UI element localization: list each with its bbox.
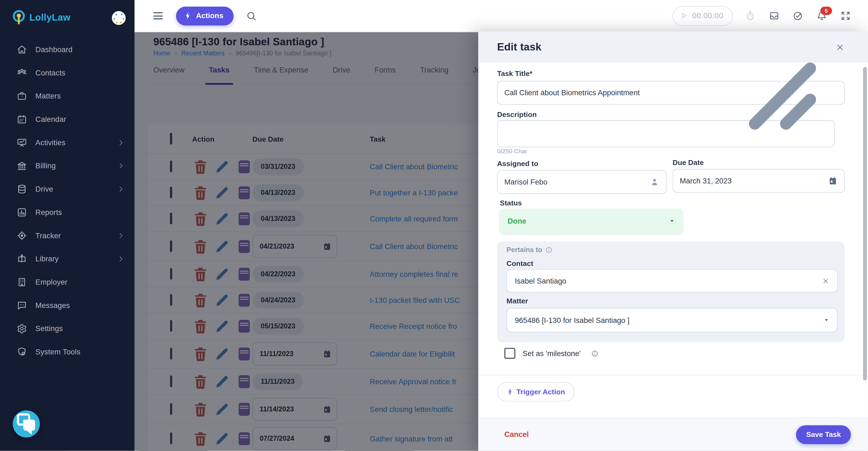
sidebar-item-library[interactable]: Library — [0, 247, 134, 270]
sidebar-nav: Dashboard Contacts Matters Calendar Acti… — [0, 38, 134, 363]
sidebar-item-contacts[interactable]: Contacts — [0, 61, 134, 84]
status-label: Status — [500, 199, 522, 207]
char-count: 0/250 Char — [497, 148, 527, 154]
matter-select[interactable]: 965486 [I-130 for Isabel Santiago ] — [506, 308, 837, 332]
employer-icon — [17, 276, 27, 287]
contact-input[interactable]: Isabel Santiago — [506, 269, 837, 293]
chevron-right-icon — [118, 139, 125, 146]
clear-contact-icon[interactable] — [822, 277, 830, 284]
contact-label: Contact — [506, 259, 533, 268]
billing-icon — [17, 160, 27, 171]
panel-title: Edit task — [497, 41, 541, 53]
status-select[interactable]: Done — [500, 209, 682, 233]
matter-label: Matter — [506, 297, 528, 305]
divider — [478, 375, 868, 375]
pertains-to-label: Pertains to — [506, 246, 552, 254]
sidebar-item-messages[interactable]: Messages — [0, 294, 134, 317]
chevron-right-icon — [118, 255, 125, 262]
sidebar-item-settings[interactable]: Settings — [0, 317, 134, 340]
assigned-to-value: Marisol Febo — [504, 178, 547, 186]
save-task-button[interactable]: Save Task — [796, 425, 850, 444]
drive-icon — [17, 184, 27, 194]
matter-value: 965486 [I-130 for Isabel Santiago ] — [515, 316, 629, 324]
chat-icon — [13, 410, 40, 438]
logo-row: LollyLaw — [0, 0, 134, 31]
brand-name: LollyLaw — [29, 12, 112, 23]
tracker-icon — [17, 230, 27, 241]
due-date-value: March 31, 2023 — [680, 177, 732, 185]
assigned-to-label: Assigned to — [497, 159, 538, 168]
task-title-label: Task Title* — [497, 69, 532, 78]
milestone-checkbox[interactable] — [504, 348, 516, 359]
panel-body: Task Title* Call Client about Biometrics… — [478, 63, 868, 418]
calendar-icon — [17, 114, 27, 124]
chevron-right-icon — [118, 185, 125, 193]
chat-fab-button[interactable] — [13, 410, 40, 438]
trigger-action-button[interactable]: Trigger Action — [497, 382, 575, 401]
trigger-action-label: Trigger Action — [517, 388, 565, 396]
sidebar-item-system-tools[interactable]: System Tools — [0, 340, 134, 363]
due-date-input[interactable]: March 31, 2023 — [673, 169, 845, 193]
sidebar-item-employer[interactable]: Employer — [0, 270, 134, 294]
resize-handle-icon[interactable] — [665, 0, 831, 145]
caret-down-icon — [669, 218, 675, 223]
sidebar-item-activities[interactable]: Activities — [0, 131, 134, 154]
milestone-label: Set as 'milestone' — [523, 349, 581, 358]
edit-task-panel: Edit task Task Title* Call Client about … — [478, 31, 868, 451]
hamburger-menu-icon[interactable] — [153, 12, 163, 20]
person-icon — [650, 177, 659, 187]
sidebar-item-dashboard[interactable]: Dashboard — [0, 38, 134, 61]
due-date-label: Due Date — [673, 158, 704, 167]
cancel-button[interactable]: Cancel — [504, 430, 529, 439]
search-icon[interactable] — [246, 10, 257, 22]
user-avatar[interactable] — [112, 11, 126, 25]
panel-scrollbar[interactable] — [863, 67, 867, 381]
sidebar-item-matters[interactable]: Matters — [0, 84, 134, 108]
milestone-row: Set as 'milestone' — [504, 348, 598, 359]
sidebar-item-billing[interactable]: Billing — [0, 154, 134, 177]
sidebar-item-drive[interactable]: Drive — [0, 177, 134, 201]
chevron-right-icon — [118, 162, 125, 169]
caret-down-icon — [824, 317, 829, 323]
activities-icon — [17, 137, 27, 148]
library-icon — [17, 253, 27, 264]
lightning-icon — [506, 388, 514, 396]
fullscreen-icon[interactable] — [840, 10, 851, 21]
assigned-to-input[interactable]: Marisol Febo — [497, 170, 666, 194]
panel-footer: Cancel Save Task — [478, 418, 868, 451]
home-icon — [17, 44, 27, 55]
info-icon[interactable] — [545, 246, 552, 253]
status-value: Done — [507, 217, 526, 225]
actions-button[interactable]: Actions — [176, 6, 233, 25]
description-label: Description — [497, 110, 537, 119]
description-textarea[interactable] — [497, 120, 835, 147]
calendar-icon — [828, 176, 838, 186]
reports-icon — [17, 207, 27, 217]
sidebar-item-reports[interactable]: Reports — [0, 201, 134, 224]
briefcase-icon — [17, 91, 27, 101]
info-icon[interactable] — [591, 350, 599, 357]
contacts-icon — [17, 67, 27, 78]
close-icon[interactable] — [835, 42, 845, 52]
task-title-value: Call Client about Biometrics Appointment — [504, 89, 640, 97]
messages-icon — [17, 300, 27, 310]
sidebar-item-tracker[interactable]: Tracker — [0, 223, 134, 247]
contact-value: Isabel Santiago — [515, 276, 566, 285]
sidebar: LollyLaw Dashboard Contacts Matters Cale… — [0, 0, 134, 451]
actions-button-label: Actions — [196, 12, 223, 20]
lollylaw-logo-icon — [12, 10, 26, 26]
sidebar-item-calendar[interactable]: Calendar — [0, 108, 134, 131]
chevron-right-icon — [118, 232, 125, 239]
settings-icon — [17, 323, 27, 334]
lightning-icon — [184, 12, 192, 20]
app-screen: LollyLaw Dashboard Contacts Matters Cale… — [0, 0, 868, 451]
system-tools-icon — [17, 347, 27, 357]
